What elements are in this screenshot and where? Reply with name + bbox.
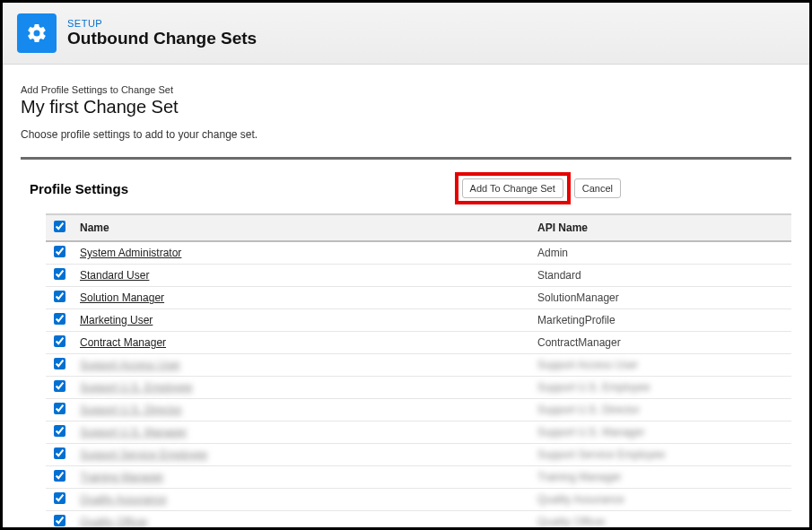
row-checkbox[interactable] [54,313,65,325]
section-title: Profile Settings [30,181,128,196]
button-group: Add To Change Set Cancel [455,172,621,204]
table-row: Support U.S. DirectorSupport U.S. Direct… [46,399,791,421]
row-checkbox[interactable] [54,335,65,347]
row-checkbox[interactable] [54,447,65,459]
profile-api-name: Support Access User [537,359,638,371]
table-row: Support Access UserSupport Access User [46,354,791,377]
profile-name-link[interactable]: Marketing User [80,314,153,326]
profile-name-link[interactable]: Support Access User [80,359,180,371]
row-checkbox[interactable] [54,268,65,280]
table-row: Support Service EmployeeSupport Service … [46,444,791,466]
profile-name-link[interactable]: Solution Manager [80,291,164,304]
add-to-change-set-button[interactable]: Add To Change Set [462,178,563,198]
highlight-box: Add To Change Set [455,172,571,204]
profile-api-name: Support U.S. Employee [537,381,650,394]
table-row: Quality OfficerQuality Officer [46,511,791,531]
column-api: API Name [530,215,791,242]
profile-table: Name API Name System AdministratorAdminS… [46,214,791,530]
profile-api-name: Support U.S. Manager [537,426,644,439]
table-row: Training ManagerTraining Manager [46,466,791,489]
profile-api-name: Training Manager [537,471,622,483]
row-checkbox[interactable] [54,470,65,482]
select-all-checkbox[interactable] [54,221,65,232]
profile-api-name: Standard [537,269,581,282]
table-row: Solution ManagerSolutionManager [46,287,791,309]
profile-api-name: Support Service Employee [537,448,665,461]
breadcrumb-small: Add Profile Settings to Change Set [21,84,791,95]
main-content: Add Profile Settings to Change Set My fi… [3,65,809,530]
table-row: Support U.S. EmployeeSupport U.S. Employ… [46,377,791,399]
profile-api-name: Support U.S. Director [537,404,640,416]
table-row: Marketing UserMarketingProfile [46,309,791,332]
profile-api-name: SolutionManager [537,291,619,304]
profile-name-link[interactable]: Support U.S. Director [80,404,182,416]
profile-api-name: Quality Assurance [537,493,624,506]
profile-api-name: Quality Officer [537,516,606,528]
profile-name-link[interactable]: Support Service Employee [80,448,207,461]
table-row: Standard UserStandard [46,265,791,287]
section-divider [21,157,791,160]
profile-name-link[interactable]: Support U.S. Employee [80,381,192,394]
row-checkbox[interactable] [54,291,65,302]
profile-name-link[interactable]: Contract Manager [80,336,166,349]
cancel-button[interactable]: Cancel [574,178,621,198]
row-checkbox[interactable] [54,380,65,392]
column-name: Name [73,215,530,242]
profile-name-link[interactable]: Standard User [80,269,149,282]
row-checkbox[interactable] [54,492,65,504]
row-checkbox[interactable] [54,515,65,526]
gear-icon [17,13,57,53]
select-all-header [46,215,73,242]
profile-name-link[interactable]: Quality Assurance [80,493,167,506]
profile-table-wrap: Name API Name System AdministratorAdminS… [46,213,791,530]
profile-name-link[interactable]: System Administrator [80,247,181,259]
header-bar: SETUP Outbound Change Sets [3,3,809,65]
header-title: Outbound Change Sets [67,29,257,48]
table-row: Contract ManagerContractManager [46,332,791,354]
row-checkbox[interactable] [54,246,65,257]
section-header: Profile Settings Add To Change Set Cance… [21,169,791,213]
table-row: System AdministratorAdmin [46,241,791,265]
row-checkbox[interactable] [54,425,65,437]
profile-api-name: ContractManager [537,336,621,349]
profile-api-name: Admin [537,247,568,259]
profile-api-name: MarketingProfile [537,314,616,326]
table-row: Support U.S. ManagerSupport U.S. Manager [46,421,791,444]
row-checkbox[interactable] [54,358,65,369]
page-subtitle: My first Change Set [21,97,791,117]
page-description: Choose profile settings to add to your c… [21,128,791,141]
row-checkbox[interactable] [54,403,65,414]
header-eyebrow: SETUP [67,18,257,29]
profile-name-link[interactable]: Training Manager [80,471,164,483]
profile-name-link[interactable]: Support U.S. Manager [80,426,187,439]
profile-name-link[interactable]: Quality Officer [80,516,148,528]
table-row: Quality AssuranceQuality Assurance [46,489,791,511]
